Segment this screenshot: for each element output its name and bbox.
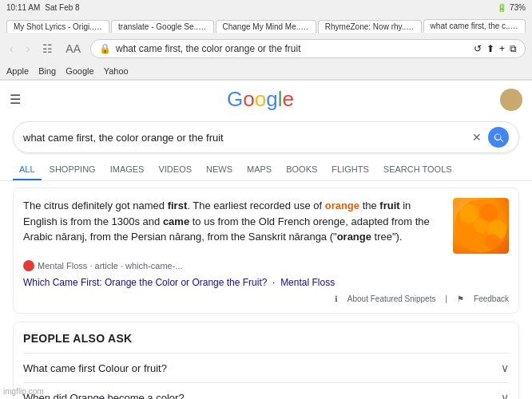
feedback-icon: ⚑ [457, 294, 464, 303]
snippet-divider: | [445, 294, 447, 303]
bookmarks-bar: Apple Bing Google Yahoo [0, 62, 532, 80]
snippet-bold-fruit: fruit [379, 200, 399, 211]
user-avatar[interactable] [500, 89, 522, 111]
paa-item-0[interactable]: What came first Colour or fruit? ∨ [23, 353, 509, 382]
results-area: The citrus definitely got named first. T… [0, 181, 532, 399]
featured-snippet: The citrus definitely got named first. T… [13, 188, 519, 314]
svg-point-2 [480, 203, 498, 221]
chevron-down-icon-0: ∨ [501, 361, 509, 374]
snippet-text-3: the [359, 200, 379, 211]
search-input[interactable] [23, 132, 466, 144]
tabs-count-icon[interactable]: ⧉ [510, 43, 517, 54]
snippet-bold-first: first [168, 200, 188, 211]
about-featured-icon: ℹ [335, 294, 338, 303]
google-logo: Google [21, 87, 500, 112]
tab-news[interactable]: NEWS [200, 160, 239, 180]
snippet-image [453, 198, 509, 254]
search-box[interactable]: ✕ [13, 121, 519, 153]
clear-search-icon[interactable]: ✕ [472, 131, 482, 144]
svg-point-5 [485, 234, 501, 250]
forward-button[interactable]: › [23, 41, 34, 57]
tab-close-4[interactable]: ✕ [518, 22, 524, 30]
source-favicon [23, 260, 34, 271]
share-icon[interactable]: ⬆ [486, 43, 494, 54]
paa-question-0: What came first Colour or fruit? [23, 362, 167, 374]
chevron-down-icon-1: ∨ [501, 391, 509, 399]
back-button[interactable]: ‹ [6, 41, 17, 57]
tab-close-0[interactable]: ✕ [101, 22, 108, 31]
search-button[interactable] [488, 127, 509, 148]
nav-bar: ‹ › ☷ AA 🔒 what came first, the color or… [0, 35, 532, 62]
tab-shopping[interactable]: SHOPPING [43, 160, 102, 180]
feedback-text[interactable]: Feedback [474, 294, 509, 303]
tab-close-3[interactable]: ✕ [414, 22, 420, 31]
snippet-bold-came: came [163, 215, 189, 227]
address-bar[interactable]: 🔒 what came first, the color orange or t… [90, 39, 526, 58]
hamburger-menu[interactable]: ☰ [10, 92, 21, 107]
paa-title: PEOPLE ALSO ASK [23, 332, 509, 345]
snippet-text-6: tree"). [371, 231, 403, 243]
snippet-content: The citrus definitely got named first. T… [23, 198, 509, 254]
status-right: 🔋 73% [497, 3, 526, 12]
paa-item-1[interactable]: When did Orange become a color? ∨ [23, 382, 509, 399]
tab-images[interactable]: IMAGES [104, 160, 151, 180]
search-tabs: ALL SHOPPING IMAGES VIDEOS NEWS MAPS BOO… [0, 160, 532, 181]
tab-close-2[interactable]: ✕ [308, 22, 315, 31]
svg-point-6 [474, 219, 488, 233]
tab-videos[interactable]: VIDEOS [152, 160, 198, 180]
snippet-bold-orange2: orange [337, 231, 371, 243]
tab-books[interactable]: BOOKS [280, 160, 324, 180]
snippet-bold-orange: orange [325, 200, 359, 211]
address-text: what came first, the color orange or the… [116, 43, 469, 54]
battery-level: 73% [510, 3, 526, 12]
date: Sat Feb 8 [45, 3, 79, 12]
tab-close-1[interactable]: ✕ [206, 22, 212, 31]
paa-question-1: When did Orange become a color? [23, 392, 185, 400]
add-tab-icon[interactable]: + [499, 43, 505, 54]
reload-icon[interactable]: ↺ [474, 43, 482, 54]
tab-1[interactable]: translate - Google Se... ✕ [111, 20, 213, 33]
snippet-text: The citrus definitely got named first. T… [23, 198, 443, 254]
snippet-text-2: . The earliest recorded use of [187, 200, 324, 211]
tab-overview-button[interactable]: ☷ [39, 41, 56, 57]
browser-content: ☰ Google ✕ ALL SHOPPING IMAGES VIDEOS NE… [0, 81, 532, 399]
reader-mode-button[interactable]: AA [62, 41, 84, 57]
snippet-article-link[interactable]: Which Came First: Orange the Color or Or… [23, 277, 335, 288]
paa-section: PEOPLE ALSO ASK What came first Colour o… [13, 322, 519, 399]
tab-3[interactable]: RhymeZone: Now rhy... ✕ [318, 20, 422, 33]
bookmark-google[interactable]: Google [66, 66, 93, 76]
tab-maps[interactable]: MAPS [240, 160, 278, 180]
browser-chrome: My Shot Lyrics - Origi... ✕ translate - … [0, 14, 532, 81]
svg-point-1 [459, 204, 478, 223]
tab-flights[interactable]: FLIGHTS [325, 160, 375, 180]
bookmark-yahoo[interactable]: Yahoo [104, 66, 129, 76]
tab-4-active[interactable]: what came first, the c... ✕ [423, 19, 526, 33]
address-icons: ↺ ⬆ + ⧉ [474, 43, 517, 54]
source-name: Mental Floss · article · which-came-... [38, 261, 183, 271]
bookmark-apple[interactable]: Apple [6, 66, 29, 76]
watermark: imgflip.com [3, 387, 44, 396]
tabs-row: My Shot Lyrics - Origi... ✕ translate - … [0, 14, 532, 35]
tab-2[interactable]: Change My Mind Me... ✕ [216, 20, 316, 33]
snippet-footer: ℹ About Featured Snippets | ⚑ Feedback [23, 294, 509, 303]
snippet-link[interactable]: Which Came First: Orange the Color or Or… [23, 276, 509, 288]
tab-all[interactable]: ALL [13, 160, 42, 180]
snippet-text-1: The citrus definitely got named [23, 200, 168, 211]
google-header: ☰ Google [0, 81, 532, 118]
status-bar: 10:11 AM Sat Feb 8 🔋 73% [0, 0, 532, 14]
battery-icon: 🔋 [497, 3, 506, 12]
snippet-source: Mental Floss · article · which-came-... [23, 260, 509, 271]
tab-search-tools[interactable]: SEARCH TOOLS [377, 160, 459, 180]
time: 10:11 AM [6, 3, 40, 12]
bookmark-bing[interactable]: Bing [38, 66, 56, 76]
status-left: 10:11 AM Sat Feb 8 [6, 3, 80, 12]
search-container: ✕ [0, 118, 532, 160]
tab-0[interactable]: My Shot Lyrics - Origi... ✕ [6, 20, 109, 33]
orange-fruit-image [453, 198, 509, 254]
lock-icon: 🔒 [99, 43, 111, 54]
about-featured-text[interactable]: About Featured Snippets [347, 294, 436, 303]
